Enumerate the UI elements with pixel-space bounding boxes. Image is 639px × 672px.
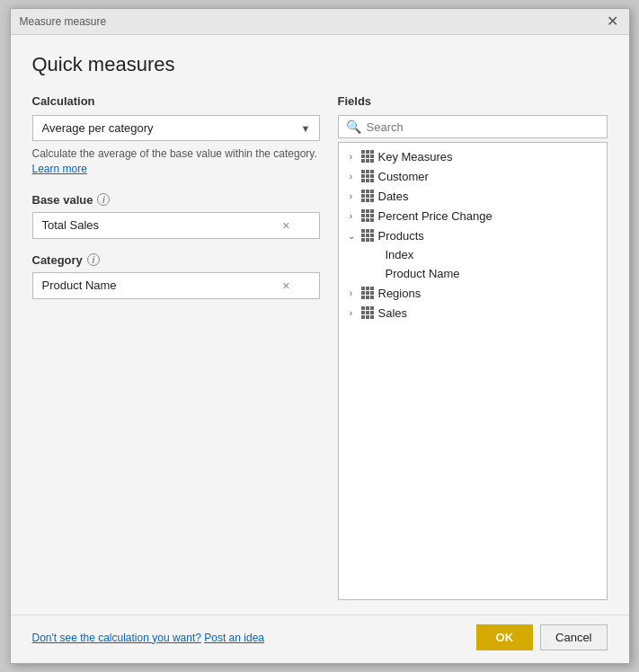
tree-item-regions[interactable]: › Regions xyxy=(339,283,607,303)
calc-description: Calculate the average of the base value … xyxy=(32,146,320,177)
search-icon: 🔍 xyxy=(346,119,361,134)
tree-label-percent-price-change: Percent Price Change xyxy=(378,209,493,223)
tree-label-products: Products xyxy=(378,229,424,243)
category-text: Product Name xyxy=(42,279,280,292)
close-button[interactable]: ✕ xyxy=(605,14,620,29)
tree-item-percent-price-change[interactable]: › Percent Price Change xyxy=(339,206,607,225)
tree-item-dates[interactable]: › Dates xyxy=(339,186,607,206)
left-panel: Calculation Average per categorySum of v… xyxy=(32,94,320,600)
calculation-dropdown-wrapper: Average per categorySum of valuesCount o… xyxy=(32,115,320,141)
title-bar: Measure measure ✕ xyxy=(11,9,629,35)
base-value-label: Base value xyxy=(32,193,93,207)
learn-more-link[interactable]: Learn more xyxy=(32,163,87,175)
tree-label-customer: Customer xyxy=(378,170,429,183)
fields-label: Fields xyxy=(338,94,608,108)
tree-label-key-measures: Key Measures xyxy=(378,150,453,164)
category-info-icon[interactable]: i xyxy=(87,253,100,266)
content-area: Calculation Average per categorySum of v… xyxy=(32,94,608,600)
chevron-down-icon: ⌄ xyxy=(346,231,357,241)
dialog-footer: Don't see the calculation you want? Post… xyxy=(11,615,629,663)
table-icon xyxy=(360,149,375,164)
fields-tree: › Key Measures › Customer xyxy=(338,142,608,600)
dialog-body: Quick measures Calculation Average per c… xyxy=(11,35,629,615)
tree-label-dates: Dates xyxy=(378,190,409,203)
chevron-icon: › xyxy=(346,191,357,201)
table-icon xyxy=(360,228,375,243)
base-value-info-icon[interactable]: i xyxy=(97,193,110,206)
search-box: 🔍 xyxy=(338,115,608,138)
base-value-text: Total Sales xyxy=(42,218,280,232)
chevron-icon: › xyxy=(346,152,357,162)
cancel-button[interactable]: Cancel xyxy=(540,624,607,650)
base-value-field: Total Sales × xyxy=(32,212,320,239)
dialog-title: Quick measures xyxy=(32,53,608,76)
ok-button[interactable]: OK xyxy=(476,624,534,650)
table-icon xyxy=(360,208,375,223)
tree-child-index[interactable]: Index xyxy=(339,245,607,264)
category-field: Product Name × xyxy=(32,272,320,299)
calculation-label: Calculation xyxy=(32,94,320,108)
table-icon xyxy=(360,305,375,320)
calculation-dropdown[interactable]: Average per categorySum of valuesCount o… xyxy=(32,115,320,141)
table-icon xyxy=(360,286,375,300)
category-label-row: Category i xyxy=(32,253,320,267)
category-label: Category xyxy=(32,253,83,267)
tree-item-products[interactable]: ⌄ Products xyxy=(339,225,607,245)
category-clear-button[interactable]: × xyxy=(279,279,293,293)
tree-item-key-measures[interactable]: › Key Measures xyxy=(339,146,607,166)
title-bar-text: Measure measure xyxy=(20,15,107,28)
chevron-icon: › xyxy=(346,308,357,318)
chevron-icon: › xyxy=(346,172,357,181)
chevron-icon: › xyxy=(346,288,357,298)
tree-label-regions: Regions xyxy=(378,287,422,300)
table-icon xyxy=(360,189,375,203)
tree-item-sales[interactable]: › Sales xyxy=(339,303,607,323)
post-idea-link[interactable]: Post an idea xyxy=(204,632,264,644)
base-value-label-row: Base value i xyxy=(32,193,320,207)
search-input[interactable] xyxy=(367,120,599,134)
tree-child-label-product-name: Product Name xyxy=(386,267,460,280)
right-panel: Fields 🔍 › Key Measures xyxy=(338,94,608,600)
footer-text: Don't see the calculation you want? Post… xyxy=(32,632,264,644)
footer-buttons: OK Cancel xyxy=(476,624,608,650)
table-icon xyxy=(360,169,375,183)
chevron-icon: › xyxy=(346,211,357,221)
tree-child-label-index: Index xyxy=(386,248,414,261)
tree-label-sales: Sales xyxy=(378,306,408,320)
base-value-clear-button[interactable]: × xyxy=(279,218,293,233)
tree-child-product-name[interactable]: Product Name xyxy=(339,264,607,283)
quick-measures-dialog: Measure measure ✕ Quick measures Calcula… xyxy=(10,8,630,664)
tree-item-customer[interactable]: › Customer xyxy=(339,166,607,186)
